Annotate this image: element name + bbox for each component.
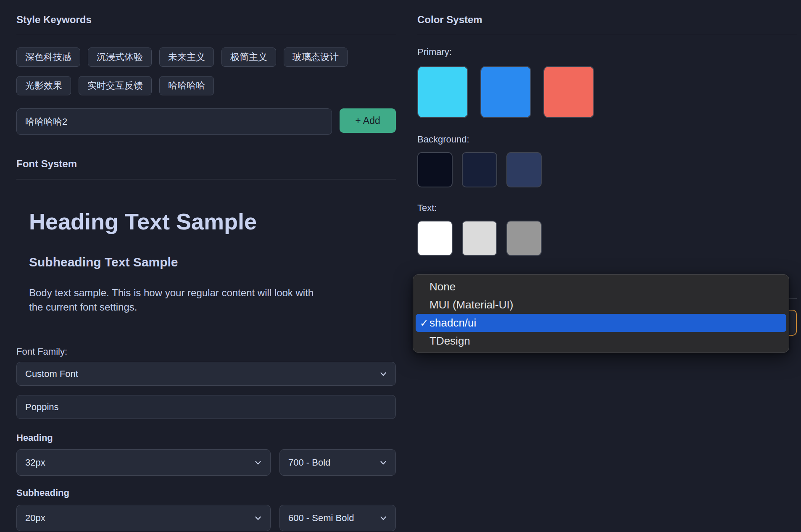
new-keyword-input[interactable] — [16, 108, 332, 135]
dropdown-option-label: shadcn/ui — [429, 316, 476, 329]
heading-weight-value: 700 - Bold — [288, 457, 330, 468]
text-color-swatch[interactable] — [462, 221, 497, 256]
dropdown-option-none[interactable]: None — [416, 278, 786, 296]
dropdown-option-label: MUI (Material-UI) — [429, 298, 513, 311]
chevron-down-icon — [379, 514, 388, 523]
keyword-chip[interactable]: 沉浸式体验 — [88, 47, 152, 67]
dropdown-option-label: None — [429, 280, 456, 293]
dropdown-option-tdesign[interactable]: TDesign — [416, 332, 786, 350]
text-color-swatch[interactable] — [506, 221, 542, 256]
color-system-title: Color System — [417, 13, 797, 26]
keyword-chip[interactable]: 哈哈哈哈 — [159, 76, 214, 95]
heading-size-select[interactable]: 32px — [16, 449, 271, 476]
add-keyword-button[interactable]: + Add — [340, 108, 396, 133]
heading-size-value: 32px — [25, 457, 45, 468]
chevron-down-icon — [379, 458, 388, 467]
chevron-down-icon — [379, 369, 388, 379]
keyword-chip-list: 深色科技感 沉浸式体验 未来主义 极简主义 玻璃态设计 光影效果 实时交互反馈 … — [16, 47, 396, 95]
dropdown-option-shadcn[interactable]: ✓ shadcn/ui — [416, 314, 786, 332]
heading-settings-row: 32px 700 - Bold — [16, 449, 396, 476]
primary-color-swatch[interactable] — [543, 66, 594, 118]
subheading-label: Subheading — [16, 487, 396, 498]
chevron-down-icon — [253, 458, 263, 467]
font-family-select[interactable]: Custom Font — [16, 362, 396, 386]
preview-body-line: Body text sample. This is how your regul… — [29, 286, 396, 300]
preview-body: Body text sample. This is how your regul… — [29, 286, 396, 314]
text-colors-label: Text: — [417, 203, 797, 213]
subheading-weight-select[interactable]: 600 - Semi Bold — [279, 505, 396, 531]
keyword-chip[interactable]: 极简主义 — [221, 47, 276, 67]
font-family-select-value: Custom Font — [25, 369, 78, 379]
divider — [417, 35, 797, 35]
divider — [16, 179, 396, 179]
style-keywords-title: Style Keywords — [16, 13, 396, 26]
dropdown-option-mui[interactable]: MUI (Material-UI) — [416, 296, 786, 314]
background-color-swatch[interactable] — [462, 152, 497, 187]
keyword-chip[interactable]: 未来主义 — [159, 47, 214, 67]
preview-heading: Heading Text Sample — [29, 208, 396, 235]
primary-swatch-row — [417, 66, 797, 118]
background-color-swatch[interactable] — [506, 152, 542, 187]
text-swatch-row — [417, 221, 797, 256]
preview-body-line: the current font settings. — [29, 300, 396, 314]
checkmark-icon: ✓ — [420, 317, 428, 329]
subheading-size-select[interactable]: 20px — [16, 505, 271, 531]
keyword-chip[interactable]: 玻璃态设计 — [284, 47, 348, 67]
text-color-swatch[interactable] — [417, 221, 453, 256]
font-preview: Heading Text Sample Subheading Text Samp… — [29, 208, 396, 314]
style-font-panel: Style Keywords 深色科技感 沉浸式体验 未来主义 极简主义 玻璃态… — [16, 13, 396, 531]
font-family-label: Font Family: — [16, 346, 396, 357]
library-dropdown-menu: None MUI (Material-UI) ✓ shadcn/ui TDesi… — [413, 274, 789, 353]
keyword-chip[interactable]: 光影效果 — [16, 76, 71, 95]
primary-color-swatch[interactable] — [417, 66, 468, 118]
background-swatch-row — [417, 152, 797, 187]
font-system-title: Font System — [16, 158, 396, 170]
background-colors-label: Background: — [417, 134, 797, 145]
custom-font-input[interactable] — [16, 395, 396, 419]
chevron-down-icon — [253, 514, 263, 523]
divider — [16, 35, 396, 35]
add-keyword-row: + Add — [16, 108, 396, 135]
subheading-weight-value: 600 - Semi Bold — [288, 513, 354, 524]
primary-colors-label: Primary: — [417, 47, 797, 58]
keyword-chip[interactable]: 深色科技感 — [16, 47, 80, 67]
heading-label: Heading — [16, 432, 396, 443]
subheading-size-value: 20px — [25, 513, 45, 524]
dropdown-option-label: TDesign — [429, 334, 470, 348]
subheading-settings-row: 20px 600 - Semi Bold — [16, 505, 396, 531]
preview-subheading: Subheading Text Sample — [29, 254, 396, 270]
background-color-swatch[interactable] — [417, 152, 453, 187]
keyword-chip[interactable]: 实时交互反馈 — [79, 76, 152, 95]
heading-weight-select[interactable]: 700 - Bold — [279, 449, 396, 476]
primary-color-swatch[interactable] — [480, 66, 531, 118]
